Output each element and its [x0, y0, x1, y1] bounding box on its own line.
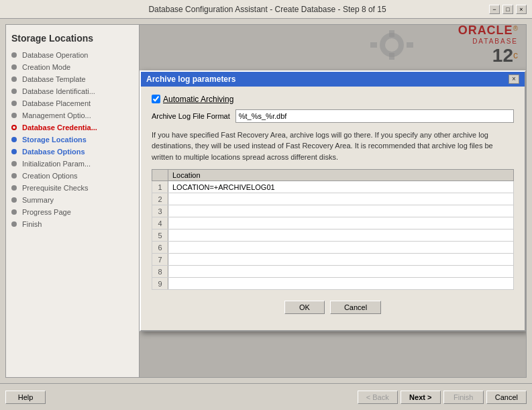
dot-icon [11, 101, 17, 106]
table-row[interactable]: 2 [152, 193, 514, 205]
modal-body: Automatic Archiving Archive Log File For… [141, 87, 525, 331]
automatic-archiving-checkbox[interactable] [152, 95, 160, 103]
automatic-archiving-row: Automatic Archiving [152, 95, 514, 104]
cancel-bottom-button[interactable]: Cancel [486, 391, 527, 404]
location-cell[interactable] [168, 205, 514, 217]
modal-buttons: OK Cancel [152, 301, 514, 322]
table-row[interactable]: 1LOCATION=+ARCHIVELOG01 [152, 181, 514, 193]
location-cell[interactable] [168, 229, 514, 242]
help-button[interactable]: Help [5, 391, 46, 404]
sidebar-item-summary[interactable]: Summary [6, 194, 139, 206]
dot-icon [11, 64, 17, 70]
main-content: Storage Locations Database Operation Cre… [0, 19, 532, 383]
format-label: Archive Log File Format [152, 112, 230, 120]
table-row[interactable]: 7 [152, 254, 514, 266]
back-button[interactable]: < Back [358, 391, 398, 404]
next-button[interactable]: Next > [401, 391, 441, 404]
sidebar-item-management-options[interactable]: Management Optio... [6, 109, 139, 121]
table-row[interactable]: 3 [152, 205, 514, 217]
finish-button[interactable]: Finish [443, 391, 484, 404]
dot-icon [11, 173, 17, 178]
location-cell[interactable] [168, 266, 514, 278]
location-cell[interactable]: LOCATION=+ARCHIVELOG01 [168, 181, 514, 193]
dot-icon [11, 89, 17, 94]
minimize-button[interactable]: − [489, 5, 500, 14]
dot-icon [11, 221, 17, 227]
table-row[interactable]: 5 [152, 229, 514, 242]
bottom-bar: Help < Back Next > Finish Cancel [0, 383, 532, 410]
location-table: Location 1LOCATION=+ARCHIVELOG0123456789 [152, 169, 514, 290]
window-close-button[interactable]: × [516, 5, 527, 14]
title-bar: Database Configuration Assistant - Creat… [0, 0, 532, 19]
row-number: 5 [152, 229, 168, 242]
table-row[interactable]: 9 [152, 278, 514, 290]
automatic-archiving-label[interactable]: Automatic Archiving [163, 95, 233, 104]
location-cell[interactable] [168, 193, 514, 205]
location-cell[interactable] [168, 254, 514, 266]
sidebar-item-prerequisite-checks[interactable]: Prerequisite Checks [6, 182, 139, 194]
dot-icon [11, 197, 17, 203]
modal-overlay: Archive log parameters × Automatic Archi… [140, 25, 526, 377]
modal-title: Archive log parameters [146, 74, 235, 84]
archive-log-dialog: Archive log parameters × Automatic Archi… [140, 70, 526, 332]
location-cell[interactable] [168, 278, 514, 290]
table-row[interactable]: 8 [152, 266, 514, 278]
row-number: 6 [152, 242, 168, 254]
sidebar-item-creation-mode[interactable]: Creation Mode [6, 61, 139, 73]
dot-icon [11, 52, 17, 58]
ok-button[interactable]: OK [284, 301, 325, 314]
row-num-header [152, 170, 168, 181]
location-cell[interactable] [168, 217, 514, 229]
row-number: 2 [152, 193, 168, 205]
row-number: 4 [152, 217, 168, 229]
row-number: 1 [152, 181, 168, 193]
row-number: 3 [152, 205, 168, 217]
sidebar-item-progress-page[interactable]: Progress Page [6, 206, 139, 218]
dot-icon [11, 185, 17, 191]
sidebar-heading: Storage Locations [6, 30, 139, 49]
sidebar-item-storage-locations[interactable]: Storage Locations [6, 134, 139, 146]
description-text: If you have specified Fast Recovery Area… [152, 130, 514, 163]
dot-icon [11, 76, 17, 82]
location-cell[interactable] [168, 242, 514, 254]
sidebar-item-initialization-parameters[interactable]: Initialization Param... [6, 158, 139, 170]
row-number: 7 [152, 254, 168, 266]
dot-red-icon [11, 125, 17, 130]
sidebar: Storage Locations Database Operation Cre… [5, 24, 140, 378]
cancel-button[interactable]: Cancel [330, 301, 381, 314]
sidebar-item-database-placement[interactable]: Database Placement [6, 97, 139, 109]
dot-blue-icon [11, 137, 17, 142]
table-row[interactable]: 6 [152, 242, 514, 254]
row-number: 8 [152, 266, 168, 278]
window-title: Database Configuration Assistant - Creat… [46, 5, 489, 14]
modal-title-bar: Archive log parameters × [141, 72, 525, 87]
maximize-button[interactable]: □ [502, 5, 513, 14]
table-row[interactable]: 4 [152, 217, 514, 229]
modal-close-button[interactable]: × [509, 74, 519, 84]
sidebar-item-creation-options[interactable]: Creation Options [6, 170, 139, 182]
dot-blue-icon [11, 149, 17, 154]
format-input[interactable] [235, 109, 514, 123]
sidebar-item-database-options[interactable]: Database Options [6, 146, 139, 158]
sidebar-item-finish[interactable]: Finish [6, 218, 139, 230]
sidebar-item-database-template[interactable]: Database Template [6, 73, 139, 85]
dot-icon [11, 209, 17, 215]
archive-log-format-row: Archive Log File Format [152, 109, 514, 123]
sidebar-item-database-identification[interactable]: Database Identificati... [6, 85, 139, 97]
content-area: ORACLE® DATABASE 12c ... Variables... Ar… [140, 24, 527, 378]
location-header: Location [168, 170, 514, 181]
dot-icon [11, 161, 17, 166]
sidebar-item-database-operation[interactable]: Database Operation [6, 49, 139, 61]
sidebar-item-database-credentials[interactable]: Database Credentia... [6, 121, 139, 134]
dot-icon [11, 113, 17, 118]
row-number: 9 [152, 278, 168, 290]
